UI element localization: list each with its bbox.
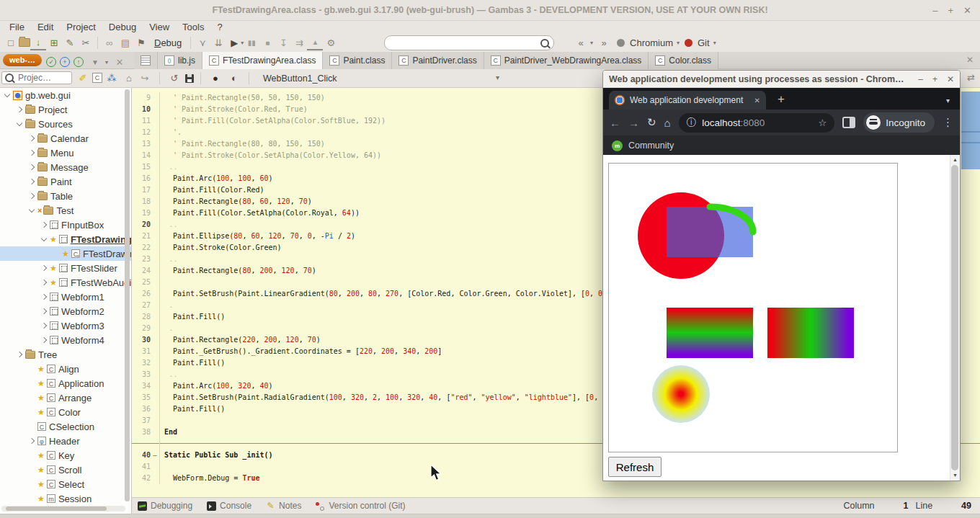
run-check-icon[interactable]: ✓ bbox=[46, 57, 56, 67]
browser-titlebar[interactable]: Web application development using proces… bbox=[603, 71, 960, 88]
status-console[interactable]: Console bbox=[207, 501, 251, 511]
tree-item-tree[interactable]: Tree bbox=[0, 347, 131, 362]
chevron-right-icon[interactable] bbox=[15, 350, 24, 359]
tab-paintdriver.class[interactable]: CPaintDriver.class bbox=[392, 52, 484, 69]
tree-item-ftestwebaudio[interactable]: ★FTestWebAudio bbox=[0, 275, 131, 290]
paste-icon[interactable]: ▤ bbox=[117, 35, 133, 50]
close-project-icon[interactable]: ✕ bbox=[112, 55, 128, 69]
bookmark-community[interactable]: Community bbox=[628, 140, 674, 151]
tree-item-session[interactable]: ★mSession bbox=[0, 491, 131, 506]
tree-item-ftestdrawingarea[interactable]: ★CFTestDrawingArea bbox=[0, 246, 131, 261]
tree-item-webform2[interactable]: Webform2 bbox=[0, 304, 131, 318]
chevron-down-icon[interactable] bbox=[40, 235, 48, 244]
tree-item-ftestslider[interactable]: ★FTestSlider bbox=[0, 261, 131, 275]
browser-minimize-icon[interactable]: – bbox=[918, 74, 923, 84]
step-into-icon[interactable]: ↧ bbox=[275, 35, 291, 50]
tree-item-paint[interactable]: Paint bbox=[0, 174, 131, 189]
scrollbar-thumb[interactable] bbox=[951, 165, 958, 470]
tree-item-calendar[interactable]: Calendar bbox=[0, 131, 131, 146]
chevron-right-icon[interactable] bbox=[40, 307, 48, 316]
tree-item-webform3[interactable]: Webform3 bbox=[0, 318, 131, 333]
procedure-selector[interactable]: WebButton1_Click bbox=[263, 73, 337, 84]
link-icon[interactable]: ∞ bbox=[102, 35, 117, 50]
menu-edit[interactable]: Edit bbox=[31, 22, 60, 32]
tree-item-cselection[interactable]: CCSelection bbox=[0, 419, 131, 434]
scroll-down-icon[interactable]: ▼ bbox=[950, 470, 960, 481]
filter-dropdown-icon[interactable]: ▾ bbox=[105, 59, 108, 66]
procedure-chevron-icon[interactable]: ▾ bbox=[496, 73, 499, 81]
tree-item-gb.web.gui[interactable]: gb.web.gui bbox=[0, 88, 131, 102]
tree-item-sources[interactable]: Sources bbox=[0, 117, 131, 131]
git-selector-chevron-icon[interactable]: ▾ bbox=[713, 40, 716, 46]
sidebar-vscrollbar[interactable] bbox=[125, 89, 130, 501]
merge-icon[interactable]: ⋎ bbox=[195, 35, 210, 50]
tree-filter-input[interactable] bbox=[17, 72, 70, 84]
menu-debug[interactable]: Debug bbox=[102, 22, 143, 32]
browser-maximize-icon[interactable]: + bbox=[932, 74, 937, 84]
tree-item-message[interactable]: Message bbox=[0, 160, 131, 174]
tree-item-table[interactable]: Table bbox=[0, 189, 131, 203]
drawing-area[interactable] bbox=[608, 163, 898, 452]
console-tab[interactable] bbox=[134, 52, 158, 69]
tree-item-header[interactable]: φHeader bbox=[0, 434, 131, 448]
refresh-button[interactable]: Refresh bbox=[608, 457, 662, 477]
debug-button[interactable]: Debug bbox=[154, 37, 182, 48]
chevron-right-icon[interactable] bbox=[40, 278, 48, 287]
tree-item-key[interactable]: ★CKey bbox=[0, 448, 131, 463]
menu-file[interactable]: File bbox=[3, 22, 31, 32]
browser-selector[interactable]: Chromium bbox=[630, 37, 673, 48]
tree-item-webform1[interactable]: Webform1 bbox=[0, 290, 131, 304]
menu-project[interactable]: Project bbox=[60, 22, 102, 32]
tab-ftestdrawingarea.class[interactable]: CFTestDrawingArea.class bbox=[202, 52, 323, 69]
tree-item-arrange[interactable]: ★CArrange bbox=[0, 390, 131, 405]
chevron-down-icon[interactable] bbox=[27, 206, 36, 215]
filter-icon[interactable]: ▼ bbox=[87, 55, 103, 69]
run-icon[interactable]: ▶ bbox=[226, 35, 242, 50]
tree-item-webform4[interactable]: Webform4 bbox=[0, 333, 131, 347]
knot-icon[interactable]: ⚙ bbox=[323, 35, 339, 50]
pause-icon[interactable]: ▮▮ bbox=[244, 35, 259, 50]
edit-icon[interactable]: ✎ bbox=[62, 35, 78, 50]
chevron-right-icon[interactable] bbox=[40, 336, 48, 344]
nav-forward-icon[interactable]: » bbox=[596, 35, 612, 50]
flag-icon[interactable]: ⚑ bbox=[133, 35, 149, 50]
scroll-up-icon[interactable]: ▲ bbox=[950, 155, 960, 165]
collapse-all-icon[interactable]: ⇊ bbox=[210, 35, 226, 50]
site-info-icon[interactable]: ⓘ bbox=[687, 116, 697, 129]
open-project-icon[interactable] bbox=[19, 38, 30, 47]
goto-icon[interactable]: ↪ bbox=[137, 71, 153, 86]
minimize-icon[interactable]: – bbox=[932, 5, 937, 16]
tree-item-align[interactable]: ★CAlign bbox=[0, 362, 131, 376]
search-input[interactable] bbox=[385, 37, 540, 49]
tree-item-application[interactable]: ★CApplication bbox=[0, 376, 131, 390]
menu-tools[interactable]: Tools bbox=[176, 22, 210, 32]
add-icon[interactable]: + bbox=[60, 57, 70, 67]
chevron-right-icon[interactable] bbox=[40, 264, 48, 272]
close-icon[interactable]: ✕ bbox=[963, 5, 971, 16]
browser-menu-icon[interactable]: ⋮ bbox=[943, 116, 953, 129]
tree-item-select[interactable]: ★CSelect bbox=[0, 477, 131, 491]
hierarchy-icon[interactable]: ⁂ bbox=[104, 71, 120, 85]
chevron-down-icon[interactable] bbox=[3, 91, 12, 99]
bookmark-star-icon[interactable]: ☆ bbox=[819, 117, 827, 128]
tree-item-project[interactable]: Project bbox=[0, 102, 131, 117]
preview-icon[interactable]: ◐ bbox=[226, 71, 242, 86]
chevron-right-icon[interactable] bbox=[27, 192, 36, 200]
address-bar[interactable]: ⓘ localhost:8080 ☆ bbox=[679, 113, 835, 133]
record-icon[interactable]: ● bbox=[208, 71, 223, 86]
menu-help[interactable]: ? bbox=[210, 22, 228, 32]
tab-search-chevron-icon[interactable]: ▾ bbox=[946, 97, 950, 104]
tab-lib.js[interactable]: ()lib.js bbox=[158, 52, 202, 69]
step-over-icon[interactable]: ⇉ bbox=[291, 35, 307, 50]
close-tab-icon[interactable]: ✕ bbox=[966, 55, 974, 65]
home-icon[interactable]: ⌂ bbox=[664, 117, 671, 129]
tree-item-scroll[interactable]: ★CScroll bbox=[0, 463, 131, 477]
cut-icon[interactable]: ✂ bbox=[78, 35, 94, 50]
new-tab-icon[interactable]: + bbox=[778, 92, 785, 107]
class-view-icon[interactable]: C bbox=[92, 73, 102, 83]
chevron-right-icon[interactable] bbox=[27, 163, 36, 171]
back-icon[interactable]: ← bbox=[610, 117, 620, 129]
home-icon[interactable]: ⌂ bbox=[121, 71, 137, 85]
save-file-icon[interactable] bbox=[185, 74, 194, 83]
split-screen-icon[interactable] bbox=[842, 117, 855, 128]
